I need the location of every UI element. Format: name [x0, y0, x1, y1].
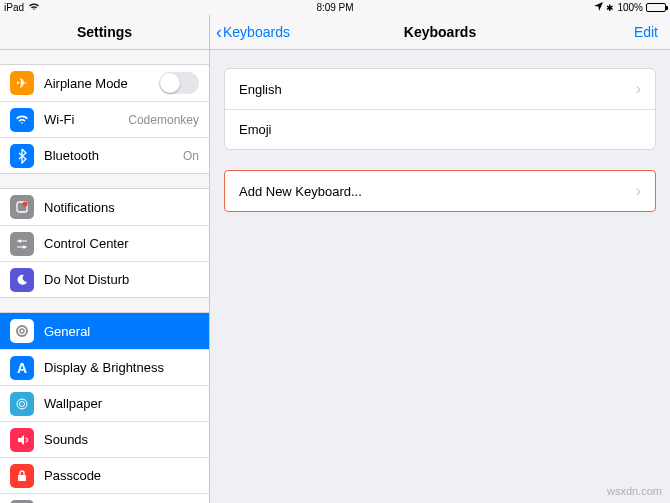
sidebar-item-detail: Codemonkey — [128, 113, 199, 127]
sidebar-group-notifications: Notifications Control Center Do Not Dist… — [0, 188, 209, 298]
notifications-icon — [10, 195, 34, 219]
add-keyboard-button[interactable]: Add New Keyboard... › — [225, 171, 655, 211]
sidebar-item-bluetooth[interactable]: Bluetooth On — [0, 137, 209, 173]
sidebar-item-label: General — [44, 324, 199, 339]
battery-percent: 100% — [617, 2, 643, 13]
dnd-icon — [10, 268, 34, 292]
sidebar-item-sounds[interactable]: Sounds — [0, 421, 209, 457]
status-time: 8:09 PM — [316, 2, 353, 13]
watermark: wsxdn.com — [607, 485, 662, 497]
bluetooth-settings-icon — [10, 144, 34, 168]
sidebar-item-label: Notifications — [44, 200, 199, 215]
svg-point-1 — [23, 202, 28, 207]
sidebar-item-label: Bluetooth — [44, 148, 183, 163]
sidebar-group-general: General A Display & Brightness Wallpaper — [0, 312, 209, 503]
sounds-icon — [10, 428, 34, 452]
detail-scroll[interactable]: English › Emoji Add New Keyboard... › — [210, 50, 670, 250]
edit-button[interactable]: Edit — [634, 24, 658, 40]
carrier-label: iPad — [4, 2, 24, 13]
detail-pane: ‹ Keyboards Keyboards Edit English › Emo… — [210, 15, 670, 503]
location-icon — [594, 2, 603, 13]
detail-title: Keyboards — [404, 24, 476, 40]
keyboard-row-english[interactable]: English › — [225, 69, 655, 109]
gear-icon — [10, 319, 34, 343]
svg-point-9 — [20, 401, 25, 406]
sidebar-item-wifi[interactable]: Wi-Fi Codemonkey — [0, 101, 209, 137]
keyboard-label: English — [239, 82, 282, 97]
sidebar-item-airplane[interactable]: ✈ Airplane Mode — [0, 65, 209, 101]
keyboard-row-emoji[interactable]: Emoji — [225, 109, 655, 149]
sidebar-group-connectivity: ✈ Airplane Mode Wi-Fi Codemonkey Bluetoo… — [0, 64, 209, 174]
svg-point-6 — [17, 326, 27, 336]
sidebar-item-label: Wallpaper — [44, 396, 199, 411]
sidebar-item-label: Display & Brightness — [44, 360, 199, 375]
add-keyboard-label: Add New Keyboard... — [239, 184, 362, 199]
add-keyboard-group: Add New Keyboard... › — [224, 170, 656, 212]
airplane-icon: ✈ — [10, 71, 34, 95]
sidebar-item-general[interactable]: General — [0, 313, 209, 349]
wallpaper-icon — [10, 392, 34, 416]
sidebar-item-notifications[interactable]: Notifications — [0, 189, 209, 225]
settings-sidebar: Settings ✈ Airplane Mode Wi-Fi Codemonke… — [0, 15, 210, 503]
sidebar-item-detail: On — [183, 149, 199, 163]
svg-point-8 — [17, 399, 27, 409]
detail-header: ‹ Keyboards Keyboards Edit — [210, 15, 670, 50]
sidebar-item-label: Airplane Mode — [44, 76, 159, 91]
wifi-icon — [28, 2, 40, 13]
display-icon: A — [10, 356, 34, 380]
privacy-icon — [10, 500, 34, 504]
bluetooth-icon: ✱ — [606, 3, 614, 13]
control-center-icon — [10, 232, 34, 256]
battery-icon — [646, 3, 666, 12]
svg-rect-10 — [18, 475, 26, 481]
keyboards-list: English › Emoji — [224, 68, 656, 150]
sidebar-header: Settings — [0, 15, 209, 50]
sidebar-item-passcode[interactable]: Passcode — [0, 457, 209, 493]
chevron-right-icon: › — [636, 182, 641, 200]
sidebar-item-wallpaper[interactable]: Wallpaper — [0, 385, 209, 421]
sidebar-item-label: Do Not Disturb — [44, 272, 199, 287]
svg-point-7 — [20, 329, 24, 333]
sidebar-item-privacy[interactable]: Privacy — [0, 493, 209, 503]
chevron-left-icon: ‹ — [216, 23, 222, 41]
sidebar-item-display[interactable]: A Display & Brightness — [0, 349, 209, 385]
sidebar-item-label: Wi-Fi — [44, 112, 128, 127]
sidebar-scroll[interactable]: ✈ Airplane Mode Wi-Fi Codemonkey Bluetoo… — [0, 50, 209, 503]
chevron-right-icon: › — [636, 80, 641, 98]
status-bar: iPad 8:09 PM ✱ 100% — [0, 0, 670, 15]
sidebar-title: Settings — [77, 24, 132, 40]
sidebar-item-controlcenter[interactable]: Control Center — [0, 225, 209, 261]
keyboard-label: Emoji — [239, 122, 272, 137]
back-button[interactable]: ‹ Keyboards — [216, 23, 290, 41]
lock-icon — [10, 464, 34, 488]
back-label: Keyboards — [223, 24, 290, 40]
wifi-settings-icon — [10, 108, 34, 132]
sidebar-item-label: Sounds — [44, 432, 199, 447]
sidebar-item-dnd[interactable]: Do Not Disturb — [0, 261, 209, 297]
sidebar-item-label: Control Center — [44, 236, 199, 251]
airplane-toggle[interactable] — [159, 72, 199, 94]
sidebar-item-label: Passcode — [44, 468, 199, 483]
